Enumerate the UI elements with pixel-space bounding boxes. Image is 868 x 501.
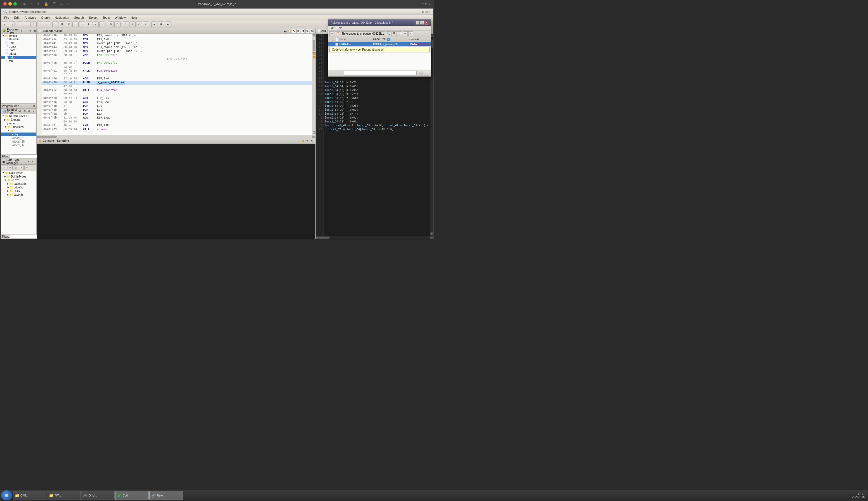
listing-snapshot-icon[interactable]: 📷 xyxy=(283,29,287,33)
code-line-14[interactable]: 0040f468 5f POP EDI xyxy=(42,104,312,108)
tree-item-headers[interactable]: 📄 Headers xyxy=(1,38,36,41)
code-line-13[interactable]: 0040f466 33 c0 XOR EAX,EAX xyxy=(42,100,312,104)
toolbar-btn-15[interactable]: ⊟ xyxy=(114,21,120,28)
close-button[interactable] xyxy=(3,2,7,6)
dc-hscroll-thumb[interactable] xyxy=(318,236,330,239)
code-line-18[interactable]: 0040f471 3b ec CMP EBP,ESP xyxy=(42,124,312,128)
menu-tools[interactable]: Tools xyxy=(100,16,112,20)
dt-icon1[interactable]: ◎ xyxy=(13,165,18,170)
refs-copy-icon[interactable]: 📋 xyxy=(335,31,340,36)
window-restore-icon[interactable]: ⊡ xyxy=(425,2,427,6)
refs-search-icon[interactable]: 🔍 xyxy=(386,31,391,36)
toolbar-btn-9[interactable]: R xyxy=(72,21,78,28)
toolbar-btn-18[interactable]: ⊕ xyxy=(136,21,142,28)
tree-item-tdb[interactable]: 📄 tdb xyxy=(1,59,36,63)
program-tree-rename-icon[interactable]: ✎ xyxy=(29,29,32,33)
dt-crtdefs[interactable]: ▶ 📁 crtdefs.h xyxy=(1,186,36,189)
code-line-11b[interactable]: ff ff xyxy=(42,93,312,96)
program-tree-add-icon[interactable]: + xyxy=(20,29,23,33)
console-body[interactable] xyxy=(36,144,315,239)
toolbar-btn-21[interactable]: ■ xyxy=(158,21,164,28)
code-line-1[interactable]: 0040f43b 8b 45 98 MOV EAX,dword ptr [EBP… xyxy=(42,34,312,38)
label-line-1[interactable]: LAB_0040f44c xyxy=(42,57,312,61)
tree-item-idata[interactable]: 📄 .idata xyxy=(1,52,36,56)
code-line-2[interactable]: 0040f43e 83 f0 09 XOR EAX,0x9 xyxy=(42,38,312,42)
program-tree-delete-icon[interactable]: - xyxy=(24,29,28,33)
toolbar-btn-14[interactable]: ⊞ xyxy=(108,21,114,28)
symbol-tree-functions[interactable]: ▼ 📁 Functions xyxy=(1,125,36,129)
refs-filter-settings-button[interactable]: ⚙ xyxy=(424,71,429,76)
console-close-icon[interactable]: ✕ xyxy=(310,139,314,143)
refs-search-input[interactable] xyxy=(341,31,385,36)
menu-edit[interactable]: Edit xyxy=(12,16,22,20)
code-line-17[interactable]: 0040f46b 81 c4 ac ADD ESP,0xac xyxy=(42,116,312,120)
symbol-tree-entry2[interactable]: ƒ entry xyxy=(1,132,36,136)
code-line-3[interactable]: 0040f441 89 45 98 MOV dword ptr [EBP + l… xyxy=(42,42,312,45)
menu-search[interactable]: Search xyxy=(72,16,86,20)
maximize-button[interactable] xyxy=(13,2,17,6)
dt-excpt[interactable]: ▶ 📁 excpt.h xyxy=(1,193,36,196)
code-line-12[interactable]: 0040f463 83 c4 04 ADD ESP,0x4 xyxy=(42,96,312,100)
refs-restore-button[interactable]: □ xyxy=(420,21,424,25)
dt-basetsd[interactable]: ▶ 📁 basetsd.h xyxy=(1,182,36,186)
toolbar-btn-10[interactable]: L xyxy=(79,21,85,28)
code-line-7b[interactable]: 42 00 xyxy=(42,65,312,69)
hscroll-right-button[interactable] xyxy=(312,136,315,138)
symbol-tree-icon2[interactable]: ⊟ xyxy=(23,109,27,113)
code-line-10[interactable]: 0040f459 68 a4 2f PUSH s_pause_00422fa4 xyxy=(42,81,312,85)
listing-settings-icon[interactable]: ⚙ xyxy=(305,29,309,33)
hscroll-thumb[interactable] xyxy=(40,136,57,138)
dt-back-button[interactable]: ◁ xyxy=(2,165,7,170)
scroll-up-button[interactable]: ▲ xyxy=(313,34,315,37)
dt-reexe[interactable]: ▼ 📁 re.exe xyxy=(1,178,36,182)
dt-icon2[interactable]: ✕ xyxy=(19,165,24,170)
dc-hscroll-left[interactable] xyxy=(316,236,318,239)
refs-filter-apply-button[interactable]: 🔍 xyxy=(418,71,423,76)
symbol-tree-icon3[interactable]: ◎ xyxy=(27,109,31,113)
refs-menu-help[interactable]: Help xyxy=(336,26,342,30)
tree-item-reexe[interactable]: ▼ 📁 re.exe xyxy=(1,34,36,38)
code-line-4[interactable]: 0040f444 8b 4d 98 MOV ECX,dword ptr [EBP… xyxy=(42,45,312,50)
dc-scroll-down[interactable]: ▼ xyxy=(430,232,433,235)
menu-window[interactable]: Window xyxy=(113,16,128,20)
toolbar-btn-1[interactable]: ▪ xyxy=(17,21,23,28)
scroll-down-button[interactable]: ▼ xyxy=(313,131,315,134)
tree-item-reloc[interactable]: 📄 .reloc xyxy=(1,56,36,59)
dt-dos[interactable]: ▶ 📁 DOS xyxy=(1,189,36,193)
dt-forward-button[interactable]: ▷ xyxy=(8,165,13,170)
menu-graph[interactable]: Graph xyxy=(39,16,52,20)
hscroll-left-button[interactable] xyxy=(37,136,40,138)
toolbar-btn-8[interactable]: U xyxy=(66,21,72,28)
toolbar-btn-11[interactable]: F xyxy=(86,21,92,28)
dt-data-types[interactable]: ▼ 📁 Data Types xyxy=(1,171,36,175)
dt-builtin[interactable]: ▶ 📁 BuiltInTypes xyxy=(1,175,36,178)
dc-hscroll-right[interactable] xyxy=(430,236,433,239)
toolbar-btn-5[interactable]: ↓ xyxy=(44,21,50,28)
refs-filter-input[interactable] xyxy=(344,71,417,75)
listing-close-icon[interactable]: ✕ xyxy=(310,29,314,33)
symbol-tree-close-icon[interactable]: ✕ xyxy=(32,109,35,113)
app-close-icon[interactable]: ✕ xyxy=(429,10,431,13)
decompile-hscrollbar[interactable] xyxy=(316,236,433,239)
code-line-7[interactable]: 0040f44c 68 ac 2f PUSH DAT_00422fac xyxy=(42,61,312,65)
symbol-tree-icon1[interactable]: ⊕ xyxy=(18,109,22,113)
listing-hscrollbar[interactable] xyxy=(36,135,315,138)
listing-nav-icon2[interactable]: ⊟ xyxy=(301,29,305,33)
program-tree-footer-close[interactable]: ✕ xyxy=(33,105,35,108)
toolbar-btn-20[interactable]: ▶ xyxy=(151,21,157,28)
toolbar-btn-12[interactable]: V xyxy=(93,21,99,28)
toolbar-btn-13[interactable]: B xyxy=(99,21,105,28)
symbol-tree-local8[interactable]: ◈ local_8 xyxy=(1,136,36,140)
listing-cursor-icon[interactable]: ↖ xyxy=(292,29,296,33)
window-minimize-icon[interactable]: ⊟ xyxy=(422,2,424,6)
code-line-15[interactable]: 0040f469 5e POP ESI xyxy=(42,108,312,112)
refs-close-toolbar-icon[interactable]: ✕ xyxy=(408,31,413,36)
code-line-9[interactable]: 0040f456 83 c4 04 ADD ESP,0x4 xyxy=(42,77,312,81)
toolbar-btn-17[interactable]: ↓ xyxy=(129,21,136,28)
listing-nav-icon1[interactable]: ⊞ xyxy=(296,29,300,33)
refs-settings-icon[interactable]: ⚙ xyxy=(403,31,408,36)
code-line-17b[interactable]: 00 00 00 xyxy=(42,120,312,124)
scroll-thumb[interactable] xyxy=(313,40,315,51)
toolbar-btn-3[interactable]: ▪ xyxy=(31,21,36,28)
code-line-11[interactable]: 0040f45e e8 dd fd CALL FUN_0040f240 xyxy=(42,89,312,93)
